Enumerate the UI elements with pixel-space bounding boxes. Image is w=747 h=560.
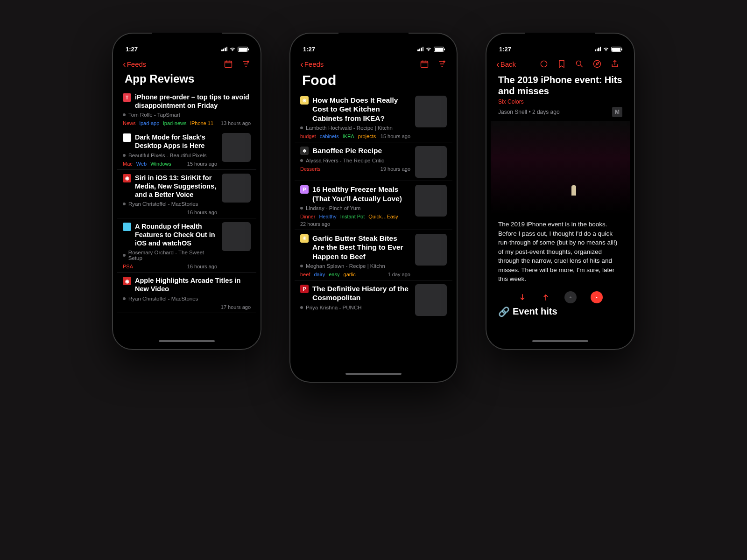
cellular-icon [221,47,227,51]
bookmark-icon[interactable] [557,59,566,69]
item-title: iPhone pre-order – top tips to avoid dis… [135,93,251,110]
item-thumbnail [222,222,251,251]
link-icon: 🔗 [498,306,510,317]
page-title: Food [295,71,452,92]
feed-favicon: ◉ [123,277,131,285]
item-timestamp: 15 hours ago [187,161,217,167]
item-title: The Definitive History of the Cosmopolit… [312,284,410,302]
list-item[interactable]: ◉Apple Highlights Arcade Titles in New V… [117,273,256,313]
down-arrow-icon[interactable] [518,293,527,302]
battery-icon [434,47,444,52]
prev-button[interactable] [564,291,577,303]
svg-point-6 [594,61,601,68]
feed-favicon [123,223,131,231]
calendar-icon[interactable] [420,59,429,69]
article-source[interactable]: Six Colors [491,98,630,105]
feed-favicon: ❄ [300,147,309,155]
unread-icon[interactable] [539,59,549,69]
item-byline: Rosemary Orchard - The Sweet Setup [123,250,217,261]
item-thumbnail [222,133,251,162]
item-byline: Beautiful Pixels - Beautiful Pixels [123,153,217,158]
item-thumbnail [415,284,447,316]
article-list[interactable]: ✳How Much Does It Really Cost to Get Kit… [295,92,452,378]
item-tags: PSA [123,264,133,269]
notch [525,33,595,44]
nav-bar: ‹Feeds [117,56,256,71]
notch [338,33,409,44]
item-tags: beefdairyeasygarlic [300,272,356,277]
item-title: Apple Highlights Arcade Titles in New Vi… [135,276,251,293]
list-item[interactable]: P16 Healthy Freezer Meals (That You'll A… [295,181,452,230]
section-heading: 🔗Event hits [491,305,630,318]
item-tags: budgetcabinetsIKEAprojects [300,133,376,139]
svg-point-4 [541,61,547,67]
home-indicator[interactable] [159,340,215,342]
list-item[interactable]: ❄Banoffee Pie RecipeAlyssa Rivers - The … [295,142,452,181]
svg-rect-2 [421,61,428,67]
status-time: 1:27 [499,46,511,53]
list-item[interactable]: TiPhone pre-order – top tips to avoid di… [117,89,256,129]
item-byline: Ryan Christoffel - MacStories [123,296,251,301]
feed-favicon: ✳ [300,234,309,243]
status-time: 1:27 [303,46,315,53]
item-thumbnail [415,96,447,127]
feed-favicon: ◉ [123,174,131,182]
home-indicator[interactable] [532,340,588,342]
phone-app-reviews: 1:27 ‹Feeds App Reviews TiPhone pre-orde… [112,33,261,350]
up-arrow-icon[interactable] [541,293,550,302]
article-list[interactable]: TiPhone pre-order – top tips to avoid di… [117,89,256,345]
battery-icon [238,47,248,52]
filter-icon[interactable] [437,59,447,69]
item-thumbnail [415,234,447,266]
item-thumbnail [415,146,447,178]
list-item[interactable]: PThe Definitive History of the Cosmopoli… [295,280,452,319]
feed-favicon: P [300,285,309,293]
chevron-left-icon: ‹ [496,59,500,69]
cellular-icon [595,47,601,51]
item-timestamp: 13 hours ago [221,120,251,126]
item-timestamp: 16 hours ago [187,210,217,215]
feed-favicon [123,133,131,142]
item-title: A Roundup of Health Features to Check Ou… [135,222,217,247]
item-tags: DinnerHealthyInstant PotQuick…Easy [300,214,398,219]
item-timestamp: 16 hours ago [187,264,217,269]
item-title: Siri in iOS 13: SiriKit for Media, New S… [135,174,217,199]
page-title: App Reviews [117,71,256,89]
feed-favicon: ✳ [300,96,309,105]
chevron-left-icon: ‹ [123,59,126,69]
nav-bar: ‹Feeds [295,56,452,71]
battery-icon [611,47,621,52]
nav-bar: ‹Back [491,56,630,71]
filter-icon[interactable] [241,59,251,69]
phone-food: 1:27 ‹Feeds Food ✳How Much Does It Reall… [289,33,458,383]
list-item[interactable]: ◉Siri in iOS 13: SiriKit for Media, New … [117,170,256,218]
reader-badge[interactable]: M [612,107,622,117]
wifi-icon [603,46,609,52]
chevron-left-icon: ‹ [300,59,303,69]
list-item[interactable]: ✳Garlic Butter Steak Bites Are the Best … [295,230,452,280]
feed-favicon: P [300,185,309,194]
phone-article: 1:27 ‹Back The 2019 iPhone event: Hits a… [486,33,635,350]
home-indicator[interactable] [345,373,402,375]
safari-icon[interactable] [592,59,602,69]
wifi-icon [229,46,236,52]
article-nav [491,286,630,305]
calendar-icon[interactable] [224,59,233,69]
item-thumbnail [415,185,447,217]
item-byline: Tom Rolfe - TapSmart [123,112,251,118]
wifi-icon [425,46,432,52]
share-icon[interactable] [610,59,620,69]
back-button[interactable]: ‹Feeds [123,59,146,69]
list-item[interactable]: ✳How Much Does It Really Cost to Get Kit… [295,92,452,142]
list-item[interactable]: A Roundup of Health Features to Check Ou… [117,218,256,273]
list-item[interactable]: Dark Mode for Slack's Desktop Apps is He… [117,129,256,169]
item-timestamp: 1 day ago [388,272,410,277]
item-byline: Lindsay - Pinch of Yum [300,205,410,211]
search-icon[interactable] [575,59,584,69]
item-title: Dark Mode for Slack's Desktop Apps is He… [135,133,217,150]
item-byline: Priya Krishna - PUNCH [300,305,410,310]
next-button[interactable] [591,291,603,303]
back-button[interactable]: ‹Back [496,59,516,69]
item-tags: Newsipad-appipad-newsiPhone 11 [123,120,213,126]
back-button[interactable]: ‹Feeds [300,59,324,69]
